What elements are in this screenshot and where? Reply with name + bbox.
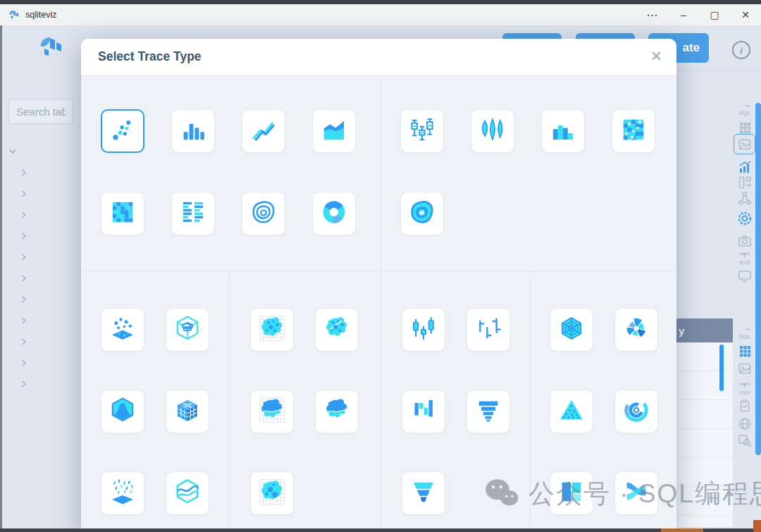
grid-icon[interactable] xyxy=(737,343,753,359)
trace-type-pie[interactable] xyxy=(312,192,356,235)
trace-type-heatmap[interactable] xyxy=(101,192,144,235)
trace-type-funnel-area[interactable] xyxy=(402,471,445,515)
gear-icon[interactable] xyxy=(737,211,753,226)
ohlc-icon xyxy=(474,314,502,345)
box-icon xyxy=(408,116,436,147)
trace-type-polar-bar[interactable] xyxy=(614,308,658,352)
globe-table-icon[interactable] xyxy=(737,416,753,431)
chevron-right-icon[interactable] xyxy=(20,336,28,345)
ternary-scatter-icon xyxy=(557,396,586,427)
trace-type-contour[interactable] xyxy=(242,192,285,235)
image-icon[interactable] xyxy=(737,137,753,152)
results-table xyxy=(674,342,733,527)
trace-type-sunburst[interactable] xyxy=(614,390,658,433)
trace-type-3d-line[interactable] xyxy=(166,308,209,352)
svg-export-icon[interactable]: SVG xyxy=(737,251,753,266)
sidebar-item-track[interactable] xyxy=(0,372,81,393)
trace-type-table[interactable] xyxy=(171,192,215,235)
chevron-right-icon[interactable] xyxy=(20,230,28,239)
trace-type-box[interactable] xyxy=(400,109,444,153)
sidebar-item-album[interactable] xyxy=(0,161,81,182)
close-icon[interactable]: ✕ xyxy=(650,48,662,65)
trace-type-ternary-scatter[interactable] xyxy=(550,390,593,433)
sankey-icon xyxy=(622,478,650,509)
histogram-icon xyxy=(549,116,577,147)
sidebar-item-invoiceline[interactable] xyxy=(0,287,81,309)
trace-type-treemap[interactable] xyxy=(550,471,593,515)
trace-type-line[interactable] xyxy=(242,109,285,153)
sidebar-item-artist[interactable] xyxy=(0,182,81,203)
image-icon[interactable] xyxy=(737,361,753,376)
sidebar-item-database[interactable] xyxy=(0,140,81,161)
panel-scrollbar[interactable] xyxy=(755,103,761,455)
trace-type-ohlc[interactable] xyxy=(466,308,510,352)
trace-type-area[interactable] xyxy=(312,109,356,153)
background-window-bottom-accent xyxy=(661,528,703,532)
trace-type-waterfall[interactable] xyxy=(402,390,445,433)
chevron-right-icon[interactable] xyxy=(20,294,28,302)
sidebar-item-customer[interactable] xyxy=(0,203,81,224)
table-row xyxy=(674,429,733,458)
window-menu-button[interactable]: ⋯ xyxy=(637,4,668,25)
treemap-icon xyxy=(557,478,586,509)
camera-icon[interactable] xyxy=(737,233,753,249)
trace-type-choropleth-atlas-map[interactable] xyxy=(315,390,359,433)
trace-type-scatter[interactable] xyxy=(101,109,144,153)
chevron-right-icon[interactable] xyxy=(20,188,28,197)
trace-type-3d-surface[interactable] xyxy=(101,390,144,433)
sql-file-icon[interactable]: SQL xyxy=(737,103,753,118)
chevron-right-icon[interactable] xyxy=(20,378,28,387)
chevron-right-icon[interactable] xyxy=(20,209,28,218)
trace-type-histogram[interactable] xyxy=(541,109,585,153)
window-maximize-button[interactable]: ▢ xyxy=(699,4,730,25)
results-scrollbar[interactable] xyxy=(719,345,724,391)
chart-icon[interactable] xyxy=(737,159,753,175)
chevron-right-icon[interactable] xyxy=(20,167,28,175)
trace-type-density-tile[interactable] xyxy=(250,471,294,515)
window-minimize-button[interactable]: – xyxy=(668,4,699,25)
trace-type-candlestick[interactable] xyxy=(402,308,445,352)
chevron-right-icon[interactable] xyxy=(20,315,28,323)
trace-type-sankey[interactable] xyxy=(614,471,658,515)
trace-type-3d-scatter[interactable] xyxy=(101,308,144,352)
trace-type-2d-contour-histogram[interactable] xyxy=(400,192,444,235)
window-close-button[interactable]: ✕ xyxy=(730,4,761,25)
chevron-right-icon[interactable] xyxy=(20,252,28,260)
3d-scatter-icon xyxy=(109,314,137,345)
sidebar-item-employee[interactable] xyxy=(0,224,81,245)
chevron-right-icon[interactable] xyxy=(20,273,28,281)
polar-scatter-icon xyxy=(557,314,586,345)
frame-icon[interactable] xyxy=(737,268,753,283)
trace-type-atlas-map[interactable] xyxy=(315,308,359,352)
info-icon[interactable]: i xyxy=(732,41,750,59)
dialog-header: Select Trace Type ✕ xyxy=(81,39,676,76)
trace-type-tile-map[interactable] xyxy=(250,308,294,352)
sql-file-icon[interactable]: SQL xyxy=(737,326,753,342)
sidebar-item-playlisttrack[interactable] xyxy=(0,351,81,372)
sidebar-item-genre[interactable] xyxy=(0,245,81,266)
trace-type-cone[interactable] xyxy=(101,471,144,515)
polar-bar-icon xyxy=(622,314,650,345)
trace-type-funnel[interactable] xyxy=(466,390,510,433)
table-row xyxy=(674,371,733,400)
trace-type-bar[interactable] xyxy=(171,109,215,153)
clipboard-icon[interactable] xyxy=(737,398,753,414)
grid-icon[interactable] xyxy=(737,120,753,135)
node-graph-icon[interactable] xyxy=(737,190,753,206)
sidebar-item-mediatype[interactable] xyxy=(0,309,81,330)
chevron-right-icon[interactable] xyxy=(20,357,28,366)
trace-type-choropleth-tile-map[interactable] xyxy=(250,390,294,433)
layout-icon[interactable] xyxy=(737,175,753,190)
trace-type-2d-histogram[interactable] xyxy=(612,109,655,153)
chevron-down-icon[interactable] xyxy=(8,146,17,154)
csv-export-icon[interactable]: CSV xyxy=(737,381,753,397)
trace-type-violin[interactable] xyxy=(471,109,514,153)
trace-type-3d-mesh[interactable] xyxy=(166,390,209,433)
zoom-area-icon[interactable] xyxy=(737,433,753,448)
trace-type-polar-scatter[interactable] xyxy=(550,308,593,352)
table-icon xyxy=(179,198,207,229)
sidebar-item-playlist[interactable] xyxy=(0,330,81,351)
trace-type-streamtube[interactable] xyxy=(166,471,209,515)
search-input[interactable] xyxy=(8,99,73,124)
sidebar-item-invoice[interactable] xyxy=(0,266,81,287)
